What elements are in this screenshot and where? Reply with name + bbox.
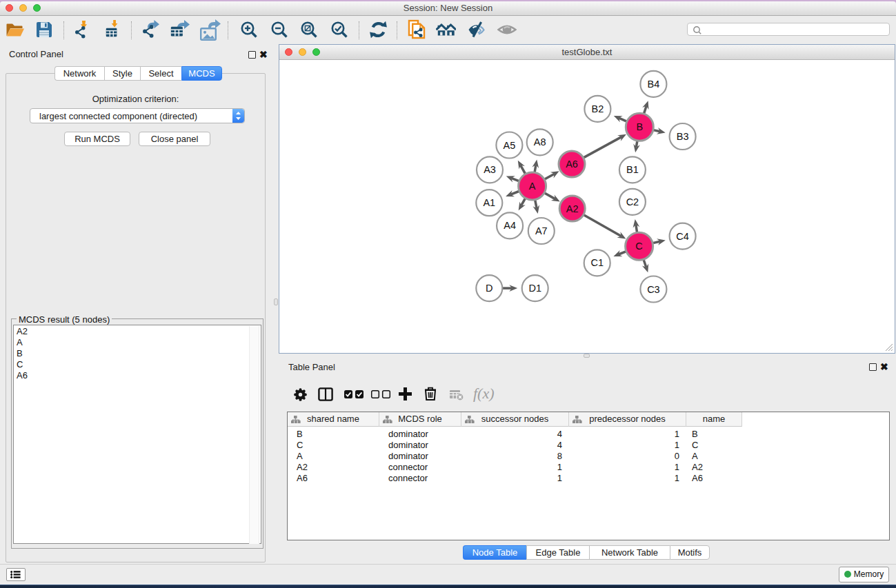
svg-text:A6: A6	[566, 159, 578, 170]
svg-text:C4: C4	[676, 231, 689, 242]
svg-text:C2: C2	[626, 196, 639, 207]
svg-text:B: B	[636, 121, 643, 132]
svg-text:A3: A3	[484, 164, 496, 175]
svg-text:A8: A8	[534, 136, 546, 148]
svg-text:A2: A2	[566, 203, 579, 214]
svg-text:A4: A4	[504, 220, 516, 231]
svg-text:B3: B3	[677, 131, 689, 142]
svg-text:A: A	[529, 181, 536, 192]
svg-text:C1: C1	[590, 257, 604, 268]
svg-text:A5: A5	[504, 140, 516, 151]
svg-text:B1: B1	[626, 164, 639, 175]
svg-text:A7: A7	[535, 225, 548, 236]
svg-text:B4: B4	[648, 79, 660, 90]
svg-text:D1: D1	[528, 283, 541, 294]
svg-text:A1: A1	[483, 197, 495, 208]
svg-text:C3: C3	[647, 284, 660, 295]
svg-text:B2: B2	[592, 103, 604, 114]
svg-text:D: D	[486, 283, 492, 294]
svg-text:C: C	[635, 241, 642, 252]
